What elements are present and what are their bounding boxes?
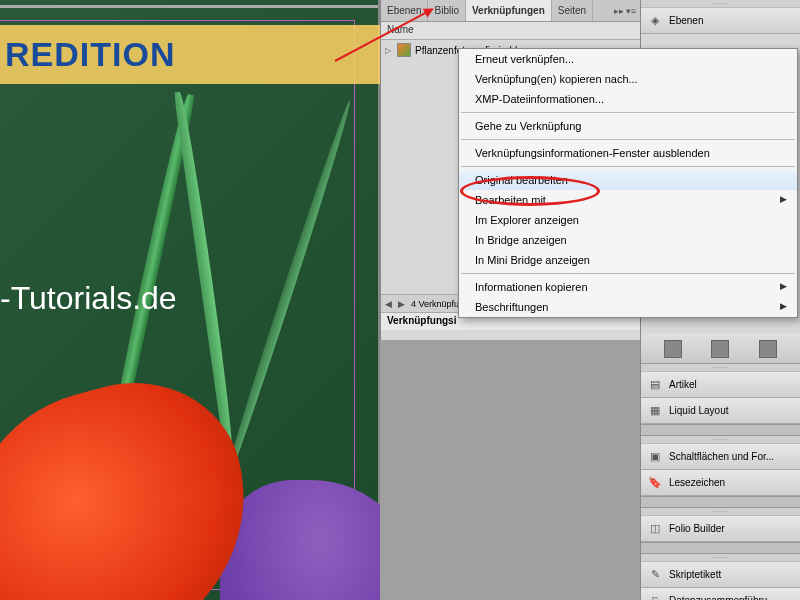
dock-tool-icon[interactable] [759, 340, 777, 358]
dock-tool-icon[interactable] [664, 340, 682, 358]
menu-separator [461, 139, 795, 140]
buttons-icon: ▣ [647, 450, 663, 464]
panel-tabs: Ebenen Biblio Verknüpfungen Seiten ▸▸ ▾≡ [381, 0, 640, 22]
panel-controls: ▸▸ ▾≡ [614, 6, 640, 16]
menu-show-explorer[interactable]: Im Explorer anzeigen [459, 210, 797, 230]
menu-edit-original[interactable]: Original bearbeiten [459, 170, 797, 190]
menu-edit-with[interactable]: Bearbeiten mit▶ [459, 190, 797, 210]
script-icon: ✎ [647, 568, 663, 582]
liquid-layout-icon: ▦ [647, 404, 663, 418]
dock-tool-icon[interactable] [711, 340, 729, 358]
dock-bookmarks[interactable]: 🔖 Lesezeichen [641, 470, 800, 496]
tab-biblio[interactable]: Biblio [428, 0, 465, 21]
menu-copy-links[interactable]: Verknüpfung(en) kopieren nach... [459, 69, 797, 89]
dock-handle[interactable] [641, 436, 800, 444]
links-count: 4 Verknüpfun [411, 299, 464, 309]
context-menu: Erneut verknüpfen... Verknüpfung(en) kop… [458, 48, 798, 318]
dock-folio-builder[interactable]: ◫ Folio Builder [641, 516, 800, 542]
dock-liquid-layout[interactable]: ▦ Liquid Layout [641, 398, 800, 424]
tab-seiten[interactable]: Seiten [552, 0, 593, 21]
article-icon: ▤ [647, 378, 663, 392]
data-merge-icon: ⎘ [647, 594, 663, 601]
banner-title: REDITION [0, 25, 380, 84]
menu-copy-info[interactable]: Informationen kopieren▶ [459, 277, 797, 297]
link-thumbnail-icon [397, 43, 411, 57]
submenu-arrow-icon: ▶ [780, 281, 787, 291]
menu-separator [461, 273, 795, 274]
dock-buttons-forms[interactable]: ▣ Schaltflächen und For... [641, 444, 800, 470]
submenu-arrow-icon: ▶ [780, 301, 787, 311]
expand-icon[interactable]: ▷ [385, 46, 393, 55]
dock-label: Liquid Layout [669, 405, 729, 416]
menu-hide-linkinfo[interactable]: Verknüpfungsinformationen-Fenster ausble… [459, 143, 797, 163]
menu-relink[interactable]: Erneut verknüpfen... [459, 49, 797, 69]
image-content [220, 480, 380, 600]
dock-handle[interactable] [641, 508, 800, 516]
nav-prev-icon[interactable]: ◀ [385, 299, 392, 309]
dock-data-merge[interactable]: ⎘ Datenzusammenführu... [641, 588, 800, 600]
dock-label: Skriptetikett [669, 569, 721, 580]
dock-label: Artikel [669, 379, 697, 390]
panel-menu-icon[interactable]: ▾≡ [626, 6, 636, 16]
bookmark-icon: 🔖 [647, 476, 663, 490]
layers-icon: ◈ [647, 14, 663, 28]
menu-separator [461, 112, 795, 113]
dock-label: Folio Builder [669, 523, 725, 534]
dock-label: Ebenen [669, 15, 703, 26]
column-header-name[interactable]: Name [381, 22, 640, 40]
dock-handle[interactable] [641, 0, 800, 8]
banner-title-text: REDITION [5, 35, 175, 73]
dock-artikel[interactable]: ▤ Artikel [641, 372, 800, 398]
tutorial-text: -Tutorials.de [0, 280, 177, 317]
document-canvas[interactable]: REDITION -Tutorials.de [0, 0, 380, 600]
tab-verknupfungen[interactable]: Verknüpfungen [466, 0, 552, 21]
dock-ebenen[interactable]: ◈ Ebenen [641, 8, 800, 34]
menu-xmp-info[interactable]: XMP-Dateiinformationen... [459, 89, 797, 109]
menu-goto-link[interactable]: Gehe zu Verknüpfung [459, 116, 797, 136]
dock-label: Lesezeichen [669, 477, 725, 488]
menu-show-minibridge[interactable]: In Mini Bridge anzeigen [459, 250, 797, 270]
dock-handle[interactable] [641, 554, 800, 562]
dock-script-label[interactable]: ✎ Skriptetikett [641, 562, 800, 588]
menu-captions[interactable]: Beschriftungen▶ [459, 297, 797, 317]
menu-separator [461, 166, 795, 167]
panel-collapse-icon[interactable]: ▸▸ [614, 6, 624, 16]
folio-icon: ◫ [647, 522, 663, 536]
submenu-arrow-icon: ▶ [780, 194, 787, 204]
dock-label: Datenzusammenführu... [669, 595, 776, 600]
dock-handle[interactable] [641, 364, 800, 372]
menu-show-bridge[interactable]: In Bridge anzeigen [459, 230, 797, 250]
nav-next-icon[interactable]: ▶ [398, 299, 405, 309]
dock-label: Schaltflächen und For... [669, 451, 774, 462]
dock-icon-row [641, 334, 800, 364]
tab-ebenen[interactable]: Ebenen [381, 0, 428, 21]
